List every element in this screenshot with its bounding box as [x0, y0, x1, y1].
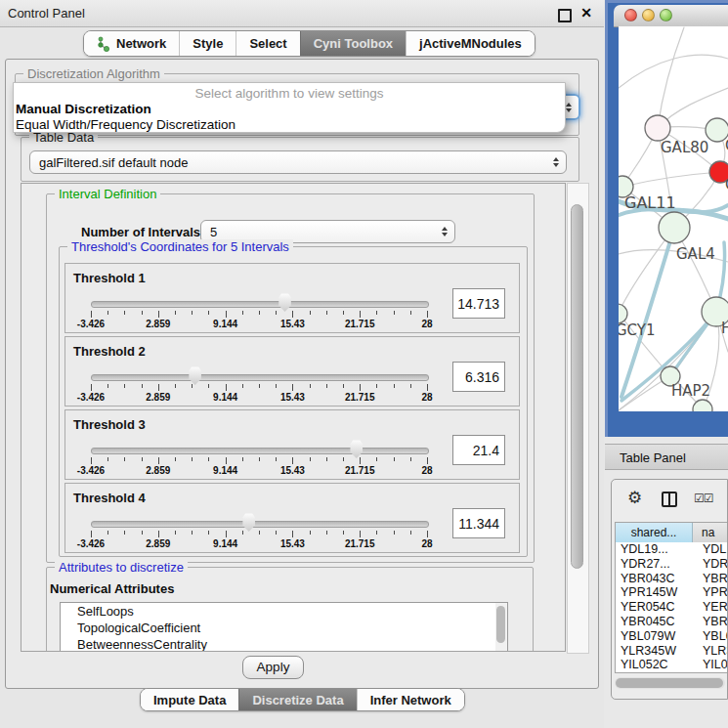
tab-infer-network[interactable]: Infer Network: [357, 689, 464, 710]
list-item[interactable]: TopologicalCoefficient: [61, 620, 507, 636]
float-window-icon[interactable]: [558, 9, 572, 22]
column-header-shared-name[interactable]: shared...: [616, 523, 693, 542]
slider-tick: [91, 311, 92, 318]
network-window-titlebar[interactable]: [614, 5, 728, 27]
table-cell[interactable]: YBL0: [694, 629, 728, 644]
tick-label: -3.426: [69, 319, 112, 329]
threshold-value-box[interactable]: 14.713: [452, 288, 505, 319]
slider-tick: [410, 531, 411, 535]
slider-tick: [360, 384, 361, 391]
table-cell[interactable]: YLR3: [694, 644, 728, 659]
slider-tick: [360, 457, 361, 464]
table-data-combobox-value: galFiltered.sif default node: [30, 155, 548, 170]
table-cell[interactable]: YBR043C: [616, 572, 694, 586]
tab-jactivemnodules[interactable]: jActiveMNodules: [406, 31, 535, 56]
slider-thumb[interactable]: [349, 440, 364, 458]
table-row[interactable]: YDL19...YDL1: [616, 542, 728, 557]
gear-icon[interactable]: ⚙: [627, 488, 642, 508]
slider-thumb[interactable]: [278, 293, 292, 312]
table-row[interactable]: YBL079WYBL0: [616, 629, 728, 644]
table-row[interactable]: YBR045CYBR0: [616, 615, 728, 629]
threshold-value-box[interactable]: 21.4: [452, 435, 505, 465]
list-item[interactable]: BetweennessCentrality: [61, 636, 507, 652]
threshold-value-box[interactable]: 11.344: [452, 508, 505, 538]
popup-item[interactable]: Equal Width/Frequency Discretization: [14, 117, 565, 133]
table-data-combobox[interactable]: galFiltered.sif default node: [29, 150, 567, 174]
numerical-attributes-list[interactable]: SelfLoopsTopologicalCoefficientBetweenne…: [60, 602, 508, 652]
table-row[interactable]: YPR145WYPR1: [616, 585, 728, 600]
table-cell[interactable]: YLR345W: [616, 644, 694, 659]
tick-label: 15.43: [271, 319, 314, 329]
table-cell[interactable]: YDL19...: [616, 542, 694, 557]
node-label: HAP2: [671, 382, 710, 400]
slider-tick: [360, 531, 361, 537]
table-panel: ⚙ ☑☑ shared... na YDL19...YDL1YDR27...YD…: [611, 479, 728, 700]
horizontal-scrollbar[interactable]: [615, 677, 725, 689]
slider-tick: [175, 531, 176, 535]
network-graph: GAL80GCGAL11GAL4GCY1HHAP2: [619, 26, 728, 411]
tick-label: 21.715: [338, 392, 381, 403]
slider-track[interactable]: [91, 448, 429, 454]
node-attribute-table: shared... na YDL19...YDL1YDR27...YDR2YBR…: [615, 522, 728, 673]
network-node[interactable]: [619, 304, 627, 323]
table-cell[interactable]: YPR145W: [616, 585, 694, 600]
number-of-intervals-value: 5: [201, 225, 437, 239]
close-traffic-light-icon[interactable]: [624, 9, 637, 21]
tab-network[interactable]: Network: [84, 31, 179, 56]
slider-tick: [410, 384, 411, 388]
slider-tick: [208, 384, 209, 388]
tab-select[interactable]: Select: [236, 31, 299, 56]
table-cell[interactable]: YDR2: [694, 557, 728, 572]
list-item[interactable]: SelfLoops: [61, 603, 507, 620]
table-row[interactable]: YER054CYER0: [616, 600, 728, 615]
table-cell[interactable]: YDR27...: [616, 557, 694, 572]
slider-tick: [276, 311, 277, 315]
slider-track[interactable]: [91, 374, 429, 381]
scrollbar-thumb[interactable]: [496, 606, 505, 643]
network-canvas[interactable]: GAL80GCGAL11GAL4GCY1HHAP2: [619, 26, 728, 411]
table-cell[interactable]: YER054C: [616, 600, 694, 615]
tab-label: Network: [116, 36, 166, 51]
table-cell[interactable]: YBL079W: [616, 629, 694, 644]
network-node[interactable]: [659, 212, 690, 243]
threshold-value-box[interactable]: 6.316: [452, 362, 505, 392]
tab-impute-data[interactable]: Impute Data: [141, 689, 238, 710]
table-cell[interactable]: YPR1: [694, 585, 728, 600]
table-cell[interactable]: YIL0: [694, 658, 728, 672]
network-node[interactable]: [645, 115, 670, 141]
table-cell[interactable]: YDL1: [694, 542, 728, 557]
table-data-group: Table Data galFiltered.sif default node: [21, 137, 579, 182]
slider-tick: [242, 311, 243, 315]
slider-thumb[interactable]: [188, 366, 202, 385]
attributes-list-scrollbar[interactable]: [495, 603, 507, 652]
tab-discretize-data[interactable]: Discretize Data: [238, 689, 356, 710]
table-cell[interactable]: YER0: [694, 600, 728, 615]
vertical-scrollbar[interactable]: [567, 183, 589, 654]
popup-item[interactable]: Manual Discretization: [14, 102, 565, 117]
tab-style[interactable]: Style: [179, 31, 236, 56]
close-icon[interactable]: ✕: [580, 5, 592, 21]
slider-track[interactable]: [91, 521, 429, 528]
scrollbar-thumb[interactable]: [616, 678, 723, 688]
table-cell[interactable]: YBR0: [694, 572, 728, 586]
slider-thumb[interactable]: [241, 513, 256, 532]
table-cell[interactable]: YBR0: [694, 615, 728, 629]
zoom-traffic-light-icon[interactable]: [660, 9, 672, 21]
table-row[interactable]: YIL052CYIL0: [616, 658, 728, 672]
table-panel-titlebar: Table Panel: [605, 444, 728, 470]
tab-cyni-toolbox[interactable]: Cyni Toolbox: [300, 31, 406, 56]
slider-track[interactable]: [91, 301, 429, 308]
popup-placeholder-item[interactable]: Select algorithm to view settings: [14, 83, 565, 102]
minimize-traffic-light-icon[interactable]: [642, 9, 655, 21]
tick-label: 9.144: [204, 392, 247, 403]
table-row[interactable]: YDR27...YDR2: [616, 557, 728, 572]
table-row[interactable]: YBR043CYBR0: [616, 572, 728, 586]
scrollbar-thumb[interactable]: [571, 204, 583, 569]
table-row[interactable]: YLR345WYLR3: [616, 644, 728, 659]
apply-button[interactable]: Apply: [242, 656, 304, 679]
table-cell[interactable]: YBR045C: [616, 615, 694, 629]
column-layout-icon[interactable]: [662, 492, 677, 507]
column-header-name[interactable]: na: [693, 523, 728, 542]
checkboxes-icon[interactable]: ☑☑: [694, 492, 713, 505]
table-cell[interactable]: YIL052C: [616, 658, 694, 672]
